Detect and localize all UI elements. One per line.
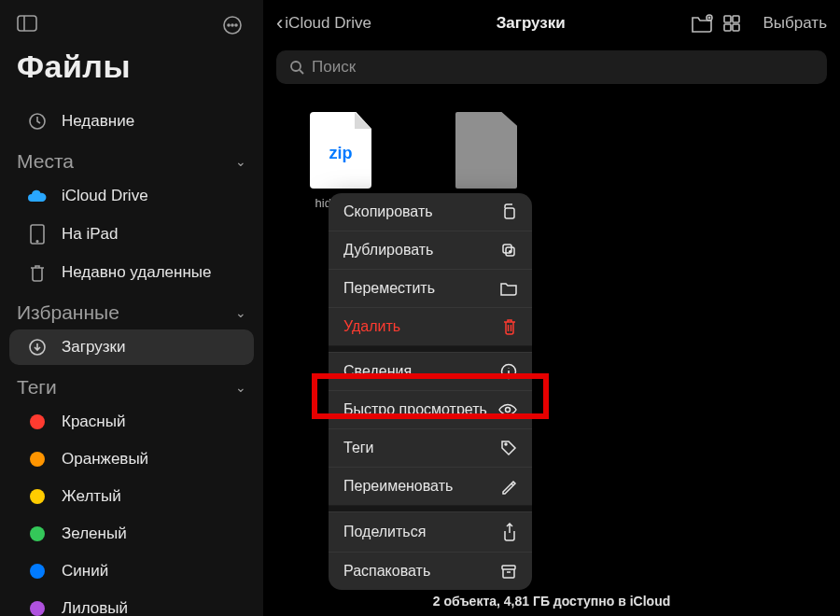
- trash-icon: [502, 318, 517, 335]
- zip-file-icon: zip: [310, 112, 371, 189]
- app-root: Файлы Недавние Места ⌄ iCloud Drive На i…: [0, 0, 840, 616]
- sidebar-item-downloads[interactable]: Загрузки: [9, 329, 254, 365]
- search-input[interactable]: Поиск: [276, 50, 827, 84]
- svg-point-15: [291, 62, 301, 71]
- page-title: Загрузки: [497, 14, 566, 33]
- tags-header[interactable]: Теги ⌄: [0, 367, 263, 402]
- favorites-header[interactable]: Избранные ⌄: [0, 292, 263, 328]
- context-menu-item[interactable]: Переместить: [329, 269, 532, 307]
- sidebar-item-trash[interactable]: Недавно удаленные: [9, 255, 254, 290]
- svg-point-21: [505, 443, 507, 445]
- search-icon: [289, 60, 304, 75]
- ipad-icon: [26, 224, 49, 245]
- back-button[interactable]: ‹ iCloud Drive: [276, 11, 371, 35]
- trash-icon: [26, 263, 49, 282]
- tag-label: Синий: [62, 562, 108, 581]
- chevron-down-icon: ⌄: [235, 380, 246, 395]
- duplicate-icon: [500, 242, 517, 259]
- context-menu-item[interactable]: Переименовать: [329, 467, 532, 505]
- tag-dot-icon: [26, 489, 49, 504]
- tag-dot-icon: [26, 526, 49, 541]
- context-menu-item[interactable]: Теги: [329, 428, 532, 467]
- highlight-box: [312, 373, 549, 419]
- menu-item-label: Распаковать: [343, 563, 430, 580]
- sidebar-item-icloud[interactable]: iCloud Drive: [9, 178, 254, 214]
- recents-label: Недавние: [62, 112, 134, 131]
- sidebar-title: Файлы: [0, 49, 263, 102]
- svg-point-3: [228, 24, 230, 26]
- tag-dot-icon: [26, 601, 49, 616]
- tag-label: Зеленый: [62, 525, 127, 543]
- sidebar-item-recents[interactable]: Недавние: [9, 104, 254, 139]
- share-icon: [502, 523, 517, 541]
- grid-view-icon[interactable]: [722, 14, 747, 33]
- context-menu-item[interactable]: Удалить: [329, 307, 532, 345]
- sidebar-item-label: На iPad: [62, 225, 118, 244]
- tag-icon: [500, 440, 517, 456]
- svg-rect-22: [502, 566, 515, 569]
- menu-item-label: Удалить: [343, 318, 400, 335]
- menu-item-label: Переименовать: [343, 478, 453, 495]
- tag-dot-icon: [26, 564, 49, 579]
- tag-label: Лиловый: [62, 599, 128, 616]
- sidebar-item-label: iCloud Drive: [62, 187, 148, 205]
- chevron-down-icon: ⌄: [235, 154, 246, 169]
- status-bar: 2 объекта, 4,81 ГБ доступно в iCloud: [263, 594, 840, 609]
- sidebar-tag-item[interactable]: Зеленый: [9, 516, 254, 552]
- menu-item-label: Переместить: [343, 280, 435, 297]
- select-button[interactable]: Выбрать: [763, 14, 827, 33]
- menu-item-label: Скопировать: [343, 203, 433, 220]
- back-label: iCloud Drive: [285, 14, 371, 33]
- context-menu-item[interactable]: Скопировать: [329, 193, 532, 231]
- svg-point-5: [235, 24, 237, 26]
- sidebar: Файлы Недавние Места ⌄ iCloud Drive На i…: [0, 0, 263, 616]
- sidebar-tag-item[interactable]: Красный: [9, 404, 254, 440]
- new-folder-icon[interactable]: [691, 14, 715, 33]
- folder-icon: [500, 281, 517, 296]
- tag-label: Оранжевый: [62, 450, 148, 469]
- generic-file-icon: [455, 112, 517, 189]
- chevron-left-icon: ‹: [276, 11, 283, 35]
- menu-item-label: Теги: [343, 440, 374, 456]
- tag-label: Красный: [62, 413, 125, 431]
- context-menu-item[interactable]: Дублировать: [329, 231, 532, 269]
- tag-label: Желтый: [62, 487, 121, 506]
- svg-rect-0: [18, 16, 36, 31]
- download-icon: [26, 338, 49, 357]
- main-panel: ‹ iCloud Drive Загрузки Выбрать Поиск: [263, 0, 840, 616]
- svg-point-8: [36, 241, 38, 243]
- search-placeholder: Поиск: [312, 58, 356, 77]
- more-icon[interactable]: [222, 15, 246, 35]
- file-grid: zip hide-and- se hide-and- СкопироватьДу…: [263, 95, 840, 616]
- sidebar-tag-item[interactable]: Синий: [9, 553, 254, 589]
- sidebar-tag-item[interactable]: Оранжевый: [9, 441, 254, 477]
- menu-item-label: Поделиться: [343, 524, 426, 540]
- sidebar-item-label: Недавно удаленные: [62, 263, 211, 282]
- context-menu-item[interactable]: Поделиться: [329, 511, 532, 552]
- places-header[interactable]: Места ⌄: [0, 141, 263, 176]
- tag-dot-icon: [26, 414, 49, 429]
- tag-dot-icon: [26, 452, 49, 467]
- context-menu-item[interactable]: Распаковать: [329, 552, 532, 590]
- toolbar: ‹ iCloud Drive Загрузки Выбрать: [263, 0, 840, 47]
- pencil-icon: [500, 478, 517, 495]
- archive-icon: [500, 563, 517, 580]
- chevron-down-icon: ⌄: [235, 305, 246, 320]
- sidebar-toggle-icon[interactable]: [17, 15, 41, 35]
- sidebar-tag-item[interactable]: Лиловый: [9, 591, 254, 616]
- svg-rect-14: [733, 24, 739, 31]
- sidebar-item-label: Загрузки: [62, 338, 125, 357]
- sidebar-tag-item[interactable]: Желтый: [9, 479, 254, 514]
- clock-icon: [26, 112, 49, 131]
- svg-rect-12: [733, 16, 739, 22]
- menu-item-label: Дублировать: [343, 242, 433, 259]
- svg-point-4: [231, 24, 233, 26]
- svg-rect-11: [724, 16, 731, 22]
- icloud-icon: [26, 189, 49, 203]
- svg-rect-16: [505, 208, 514, 218]
- sidebar-item-ipad[interactable]: На iPad: [9, 216, 254, 253]
- copy-icon: [500, 203, 517, 220]
- svg-rect-13: [724, 24, 731, 31]
